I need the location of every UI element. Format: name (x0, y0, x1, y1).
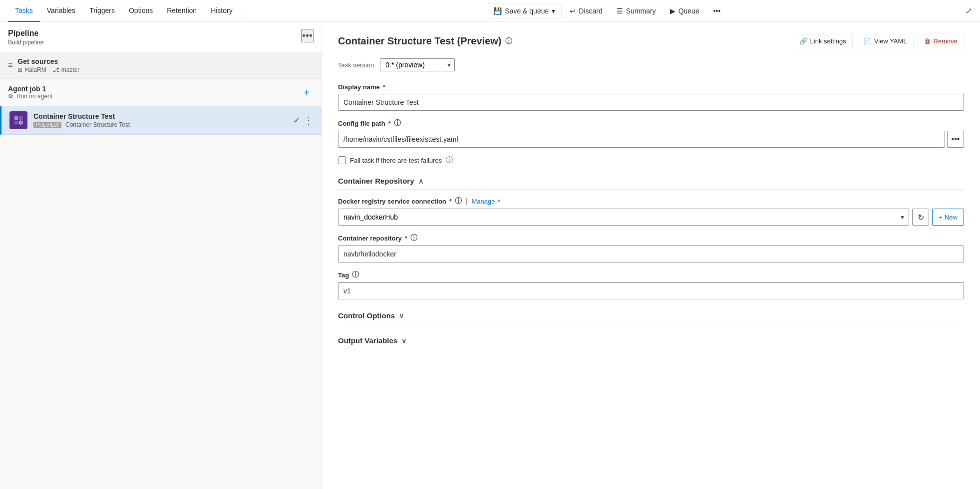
agent-job-sub: Run on agent (16, 93, 52, 100)
repo-item: ⊞ HalaRM (17, 66, 46, 73)
task-info: Container Structure Test PREVIEW Contain… (33, 112, 287, 128)
manage-link[interactable]: Manage ↗ (471, 198, 500, 205)
task-actions: ✓ ⋮ (293, 114, 314, 126)
task-badge: PREVIEW (33, 122, 61, 128)
play-icon: ▶ (670, 7, 675, 15)
container-repo-input[interactable] (338, 245, 964, 262)
config-browse-button[interactable]: ••• (947, 131, 964, 148)
container-repo-chevron: ∧ (418, 177, 423, 185)
nav-retention[interactable]: Retention (160, 0, 204, 22)
tag-row: Tag ⓘ (338, 270, 964, 299)
task-version-label: Task version (338, 61, 374, 69)
link-settings-button[interactable]: 🔗 Link settings (793, 34, 853, 48)
yaml-icon: 📄 (863, 37, 871, 45)
summary-button[interactable]: ☰ Summary (611, 4, 662, 18)
source-meta: ⊞ HalaRM ⎇ master (17, 66, 79, 73)
task-name: Container Structure Test (33, 112, 287, 120)
docker-registry-info-icon[interactable]: ⓘ (455, 197, 462, 206)
container-repo-required: * (405, 235, 407, 242)
agent-job-details: Agent job 1 ⚙ Run on agent (8, 85, 52, 100)
control-options-chevron: ∨ (399, 312, 404, 320)
get-sources-title[interactable]: Get sources (17, 57, 79, 65)
agent-icon: ⚙ (8, 93, 13, 100)
save-icon: 💾 (493, 7, 502, 15)
nav-variables[interactable]: Variables (40, 0, 82, 22)
svg-rect-0 (14, 116, 18, 120)
docker-registry-required: * (449, 198, 452, 205)
repo-icon: ⊞ (17, 66, 22, 73)
docker-registry-select[interactable]: navin_dockerHub (338, 209, 909, 226)
save-queue-button[interactable]: 💾 Save & queue ▾ (487, 3, 562, 18)
display-name-input[interactable] (338, 94, 964, 111)
config-input-row: ••• (338, 131, 964, 148)
top-nav: Tasks Variables Triggers Options Retenti… (0, 0, 980, 22)
tag-label: Tag ⓘ (338, 270, 964, 279)
nav-history[interactable]: History (204, 0, 240, 22)
refresh-button[interactable]: ↻ (912, 209, 929, 226)
task-kebab-button[interactable]: ⋮ (304, 114, 314, 126)
new-connection-button[interactable]: + New (932, 209, 964, 226)
pipe-divider: | (466, 197, 468, 205)
get-sources-row: ≡ Get sources ⊞ HalaRM ⎇ master (0, 52, 322, 79)
more-actions-button[interactable]: ••• (707, 4, 727, 18)
queue-button[interactable]: ▶ Queue (664, 4, 705, 18)
required-star: * (383, 83, 385, 91)
pipeline-title: Pipeline (8, 29, 43, 38)
nav-triggers[interactable]: Triggers (82, 0, 122, 22)
config-file-path-input[interactable] (338, 131, 945, 148)
task-sub: Container Structure Test (65, 121, 130, 128)
pipeline-subtitle: Build pipeline (8, 39, 43, 46)
task-icon (9, 111, 27, 129)
config-info-icon[interactable]: ⓘ (394, 119, 401, 128)
control-options-section[interactable]: Control Options ∨ (338, 311, 964, 324)
refresh-icon: ↻ (918, 213, 924, 222)
tag-info-icon[interactable]: ⓘ (352, 270, 359, 279)
config-file-path-row: Config file path * ⓘ ••• (338, 119, 964, 148)
fail-task-checkbox[interactable] (338, 156, 346, 164)
fail-task-label: Fail task if there are test failures (350, 157, 442, 164)
link-icon: 🔗 (799, 37, 807, 45)
view-yaml-button[interactable]: 📄 View YAML (857, 34, 914, 48)
title-info-icon[interactable]: ⓘ (505, 37, 512, 46)
right-header-actions: 🔗 Link settings 📄 View YAML 🗑 Remove (793, 34, 964, 48)
docker-registry-select-wrap: navin_dockerHub (338, 209, 909, 226)
svg-rect-1 (19, 116, 22, 120)
external-link-icon: ↗ (496, 198, 500, 205)
sort-icon: ≡ (8, 61, 12, 70)
trash-icon: 🗑 (924, 37, 931, 45)
right-title: Container Structure Test (Preview) ⓘ (338, 35, 512, 47)
task-version-row: Task version 0.* (preview) (338, 58, 964, 71)
nav-divider (244, 5, 244, 17)
fail-task-info-icon[interactable]: ⓘ (446, 156, 453, 165)
container-repo-label: Container repository * ⓘ (338, 234, 964, 243)
svg-rect-2 (14, 121, 18, 124)
registry-label-row: Docker registry service connection * ⓘ |… (338, 197, 964, 206)
tag-input[interactable] (338, 282, 964, 299)
plus-icon: + (939, 214, 943, 221)
get-sources-info: Get sources ⊞ HalaRM ⎇ master (17, 57, 79, 73)
summary-icon: ☰ (617, 7, 623, 15)
save-dropdown-icon: ▾ (552, 7, 555, 15)
branch-icon: ⎇ (52, 66, 59, 73)
expand-icon[interactable]: ⤢ (966, 6, 972, 15)
container-repository-section[interactable]: Container Repository ∧ (338, 177, 964, 190)
container-repo-info-icon[interactable]: ⓘ (410, 234, 417, 243)
right-header: Container Structure Test (Preview) ⓘ 🔗 L… (338, 34, 964, 48)
docker-registry-input-row: navin_dockerHub ↻ + New (338, 209, 964, 226)
agent-job-header: Agent job 1 ⚙ Run on agent + (0, 79, 322, 106)
remove-button[interactable]: 🗑 Remove (918, 34, 964, 48)
discard-button[interactable]: ↩ Discard (564, 4, 608, 18)
nav-options[interactable]: Options (122, 0, 160, 22)
right-panel: Container Structure Test (Preview) ⓘ 🔗 L… (322, 22, 980, 489)
agent-job-info: Agent job 1 ⚙ Run on agent (8, 85, 52, 100)
version-select[interactable]: 0.* (preview) (380, 58, 455, 71)
nav-tasks[interactable]: Tasks (8, 0, 40, 22)
add-task-button[interactable]: + (300, 85, 314, 99)
output-variables-section[interactable]: Output Variables ∨ (338, 336, 964, 349)
display-name-label: Display name * (338, 83, 964, 91)
pipeline-info: Pipeline Build pipeline (8, 29, 43, 46)
pipeline-more-button[interactable]: ••• (301, 29, 314, 42)
discard-icon: ↩ (570, 7, 576, 15)
task-item[interactable]: Container Structure Test PREVIEW Contain… (0, 106, 322, 135)
branch-item: ⎇ master (52, 66, 80, 73)
